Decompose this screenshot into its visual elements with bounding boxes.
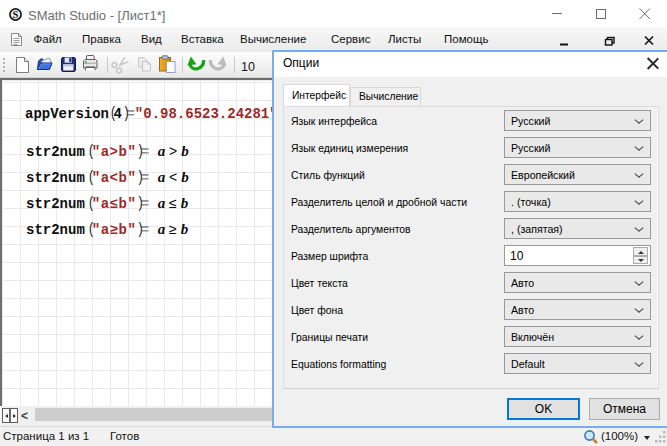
svg-text:S: S xyxy=(13,9,19,20)
